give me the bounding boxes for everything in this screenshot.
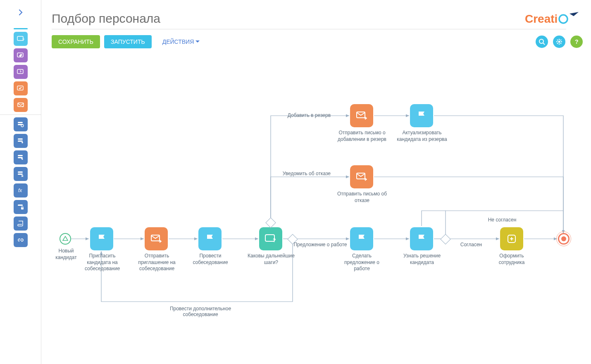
page-title: Подбор персонала	[52, 12, 160, 26]
db-delete-icon	[17, 170, 24, 178]
header-divider	[52, 29, 566, 29]
node-interview[interactable]	[198, 227, 222, 250]
gateway-branch[interactable]	[265, 217, 276, 228]
svg-point-21	[558, 41, 560, 43]
settings-button[interactable]	[553, 36, 565, 48]
help-button[interactable]: ?	[570, 36, 583, 48]
svg-rect-6	[18, 122, 23, 123]
edit-page-icon	[17, 51, 25, 59]
end-event[interactable]	[558, 233, 570, 245]
chevron-right-icon	[17, 9, 24, 16]
logo: Creati	[525, 10, 583, 27]
triangle-icon	[62, 236, 68, 242]
toolbar: СОХРАНИТЬ ЗАПУСТИТЬ ДЕЙСТВИЯ ?	[52, 35, 583, 48]
sidebar-approval-task[interactable]	[14, 81, 28, 95]
node-actualize-label: Актуализировать кандидата из резерва	[396, 130, 448, 143]
edge-reserve-label: Добавить в резерв	[273, 112, 331, 118]
check-page-icon	[17, 84, 25, 93]
node-reserve-mail[interactable]	[350, 104, 373, 127]
sidebar-change-rights[interactable]	[14, 200, 28, 214]
search-icon	[539, 38, 545, 45]
send-email-icon	[17, 101, 25, 109]
start-label: Новый кандидат	[48, 248, 85, 261]
node-make-offer-label: Сделать предложение о работе	[338, 253, 386, 272]
db-search-icon	[17, 121, 24, 128]
header: Подбор персонала Creati	[52, 8, 583, 29]
svg-text:Creati: Creati	[525, 12, 558, 25]
sidebar-preconfigured-page[interactable]	[14, 65, 28, 79]
gear-icon	[556, 38, 562, 45]
sidebar-formula[interactable]: fx	[14, 183, 28, 197]
node-actualize[interactable]	[410, 104, 433, 127]
node-reject-mail-label: Отправить письмо об отказе	[336, 191, 388, 204]
sidebar-script-task[interactable]	[14, 216, 28, 231]
svg-point-19	[559, 15, 567, 23]
process-canvas[interactable]: Новый кандидат Пригласить кандидата на с…	[41, 54, 591, 364]
svg-rect-11	[18, 155, 23, 156]
lock-db-icon	[17, 203, 24, 211]
add-record-icon	[506, 233, 517, 244]
email-send-icon	[356, 172, 367, 181]
sidebar-dialog-task[interactable]: ?	[14, 32, 28, 46]
node-invite-label: Пригласить кандидата на собеседование	[81, 253, 124, 272]
svg-rect-9	[18, 138, 23, 140]
sidebar-edit-task[interactable]	[14, 48, 28, 62]
sidebar-read-data[interactable]	[14, 117, 28, 131]
sidebar-accent	[14, 28, 28, 29]
svg-rect-16	[18, 205, 23, 206]
node-decision-label: Узнать решение кандидата	[398, 253, 446, 266]
svg-text:?: ?	[22, 38, 24, 42]
flag-icon	[416, 233, 427, 244]
start-event[interactable]	[60, 233, 71, 245]
bolt-page-icon	[17, 68, 25, 76]
svg-text:?: ?	[273, 238, 276, 243]
flag-icon	[205, 233, 215, 244]
sidebar-add-data[interactable]	[14, 134, 28, 148]
flag-icon	[416, 110, 427, 121]
db-add-icon	[17, 137, 24, 145]
node-reject-mail[interactable]	[350, 165, 373, 188]
svg-point-20	[539, 39, 543, 43]
node-reserve-mail-label: Отправить письмо о добавлении в резерв	[335, 130, 389, 143]
node-next-steps-label: Каковы дальнейшие шаги?	[244, 253, 298, 266]
sidebar-delete-data[interactable]	[14, 167, 28, 181]
link-icon	[17, 236, 24, 244]
node-invite[interactable]	[90, 227, 113, 250]
node-hire-label: Оформить сотрудника	[491, 253, 532, 266]
svg-text:?: ?	[575, 38, 579, 45]
node-send-invite-label: Отправить приглашение на собеседование	[133, 253, 181, 272]
node-next-steps[interactable]: ?	[259, 227, 282, 250]
actions-dropdown[interactable]: ДЕЙСТВИЯ	[156, 35, 207, 48]
node-hire[interactable]	[500, 227, 523, 250]
svg-rect-14	[18, 174, 23, 175]
edge-offer-label: Предложение о работе	[293, 242, 347, 247]
sidebar-send-email[interactable]	[14, 98, 28, 112]
caret-down-icon	[195, 40, 200, 43]
sidebar-link-task[interactable]	[14, 233, 28, 247]
node-send-invite[interactable]	[145, 227, 168, 250]
dialog-icon: ?	[17, 35, 25, 43]
run-button[interactable]: ЗАПУСТИТЬ	[104, 35, 152, 48]
node-make-offer[interactable]	[350, 227, 373, 250]
gateway-decision[interactable]	[440, 234, 450, 244]
svg-rect-13	[18, 171, 23, 173]
sidebar: ? fx	[0, 0, 41, 364]
save-button[interactable]: СОХРАНИТЬ	[52, 35, 100, 48]
flag-icon	[96, 233, 107, 244]
sidebar-modify-data[interactable]	[14, 150, 28, 164]
dialog-question-icon: ?	[265, 234, 277, 244]
node-interview-label: Провести собеседование	[187, 253, 234, 266]
svg-text:fx: fx	[18, 188, 22, 193]
email-send-icon	[356, 111, 367, 120]
db-edit-icon	[17, 154, 24, 161]
edge-extra-label: Провести дополнительное собеседование	[169, 306, 231, 317]
edge-disagreed-label: Не согласен	[479, 217, 525, 223]
creatio-logo-icon: Creati	[525, 10, 583, 27]
edge-reject-label: Уведомить об отказе	[277, 171, 331, 176]
svg-rect-10	[18, 140, 23, 142]
node-decision[interactable]	[410, 227, 433, 250]
sidebar-expand-button[interactable]	[0, 0, 41, 25]
search-button[interactable]	[536, 36, 548, 48]
flag-icon	[356, 233, 367, 244]
edge-agreed-label: Согласен	[455, 242, 488, 247]
